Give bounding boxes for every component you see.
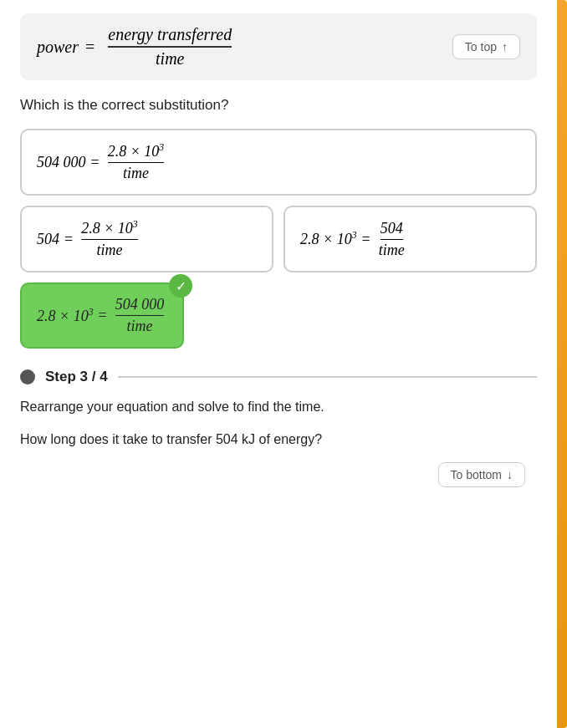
option-c-eq: = [362, 231, 370, 248]
options-grid: 504 000 = 2.8 × 103 time 504 = 2.8 × 103… [20, 129, 537, 349]
step-bullet [20, 369, 35, 384]
formula-fraction: energy transferred time [108, 25, 232, 69]
option-a-left: 504 000 [37, 154, 86, 171]
option-b-den: time [96, 240, 122, 259]
option-d-num: 504 000 [115, 296, 165, 316]
step-section: Step 3 / 4 Rearrange your equation and s… [20, 369, 537, 451]
step-body-2: How long does it take to transfer 504 kJ… [20, 430, 537, 451]
options-row-a: 504 000 = 2.8 × 103 time [20, 129, 537, 196]
to-top-button[interactable]: To top ↑ [452, 34, 520, 59]
option-a-eq: = [91, 154, 100, 171]
to-bottom-button[interactable]: To bottom ↓ [438, 462, 525, 487]
option-b[interactable]: 504 = 2.8 × 103 time [20, 206, 273, 272]
formula-equals: = [85, 38, 94, 57]
option-c-left: 2.8 × 103 [300, 230, 357, 248]
options-row-bc: 504 = 2.8 × 103 time 2.8 × 103 = 504 tim… [20, 206, 537, 272]
option-d-fraction: 504 000 time [115, 296, 165, 335]
option-b-fraction: 2.8 × 103 time [81, 219, 138, 259]
option-c-fraction: 504 time [379, 220, 405, 259]
option-c[interactable]: 2.8 × 103 = 504 time [284, 206, 537, 272]
page-container: power = energy transferred time To top ↑… [0, 0, 567, 728]
step-label: Step 3 / 4 [45, 369, 108, 385]
step-body-1: Rearrange your equation and solve to fin… [20, 397, 537, 418]
options-row-d: ✓ 2.8 × 103 = 504 000 time [20, 283, 537, 349]
formula-left: power [37, 38, 79, 57]
option-b-num: 2.8 × 103 [81, 219, 138, 240]
formula-box: power = energy transferred time To top ↑ [20, 13, 537, 80]
option-d[interactable]: ✓ 2.8 × 103 = 504 000 time [20, 283, 184, 349]
formula-display: power = energy transferred time [37, 25, 232, 69]
main-content: power = energy transferred time To top ↑… [0, 0, 567, 482]
formula-numerator: energy transferred [108, 25, 232, 48]
correct-check-badge: ✓ [169, 274, 192, 298]
option-c-num: 504 [381, 220, 403, 240]
formula-denominator: time [156, 48, 184, 69]
right-accent-bar [557, 0, 567, 728]
option-c-den: time [379, 240, 405, 259]
option-a-num: 2.8 × 103 [108, 142, 165, 163]
option-a[interactable]: 504 000 = 2.8 × 103 time [20, 129, 537, 196]
question-text: Which is the correct substitution? [20, 97, 537, 114]
option-d-left: 2.8 × 103 [37, 307, 94, 325]
step-header: Step 3 / 4 [20, 369, 537, 385]
step-divider [118, 376, 537, 378]
option-d-eq: = [99, 307, 107, 324]
option-b-left: 504 [37, 231, 59, 248]
option-a-fraction: 2.8 × 103 time [108, 142, 165, 182]
option-d-den: time [126, 316, 152, 335]
option-a-den: time [123, 163, 149, 182]
option-b-eq: = [64, 231, 73, 248]
